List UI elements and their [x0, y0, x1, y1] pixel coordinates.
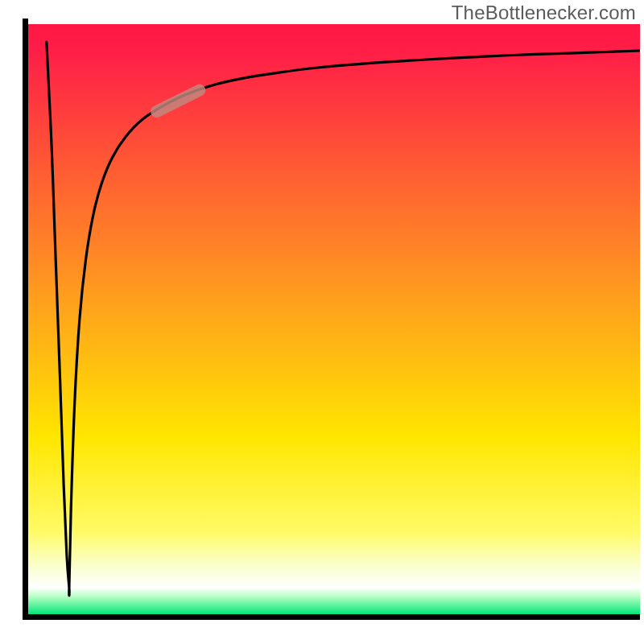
bottleneck-chart: [0, 0, 644, 644]
svg-rect-2: [23, 614, 640, 620]
gradient-background: [28, 24, 640, 614]
chart-stage: TheBottlenecker.com: [0, 0, 644, 644]
attribution-text: TheBottlenecker.com: [452, 2, 636, 24]
svg-rect-1: [23, 19, 28, 620]
